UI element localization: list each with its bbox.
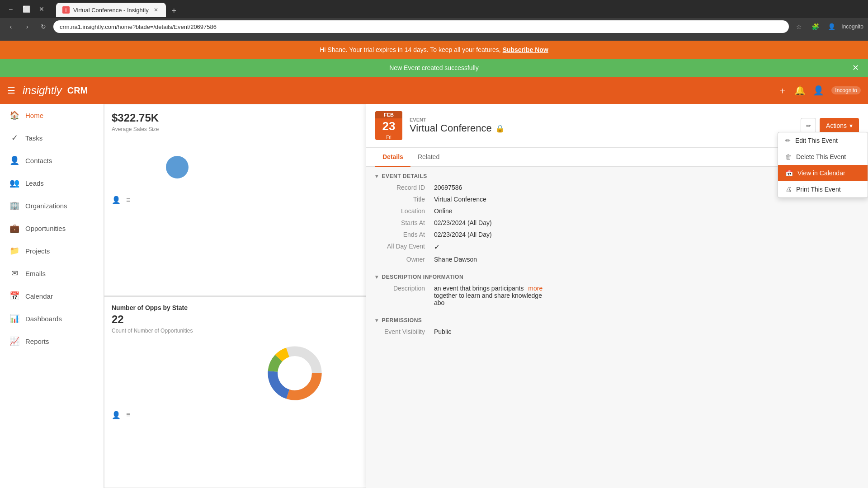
browser-chrome: – ⬜ ✕ i Virtual Conference - Insightly ✕… — [0, 0, 868, 41]
actions-chevron-icon: ▾ — [849, 122, 853, 129]
actions-button[interactable]: Actions ▾ — [820, 118, 859, 133]
back-button[interactable]: ‹ — [5, 20, 17, 33]
reports-icon: 📈 — [9, 336, 20, 346]
sidebar-item-opportunities[interactable]: 💼 Opportunities — [0, 217, 104, 239]
sidebar-label-projects: Projects — [25, 247, 50, 255]
add-button[interactable]: ＋ — [778, 84, 787, 97]
tab-details[interactable]: Details — [375, 148, 410, 167]
notifications-button[interactable]: 🔔 — [794, 85, 806, 96]
sidebar-item-projects[interactable]: 📁 Projects — [0, 239, 104, 262]
sidebar-label-leads: Leads — [25, 179, 44, 187]
address-text: crm.na1.insightly.com/home?blade=/detail… — [60, 23, 217, 30]
description-text-2: together to learn and share knowledge — [434, 292, 542, 299]
panel-1-list-icon[interactable]: ≡ — [126, 196, 130, 204]
permissions-section-label: PERMISSIONS — [382, 317, 422, 324]
subscribe-link[interactable]: Subscribe Now — [503, 46, 548, 53]
address-bar[interactable]: crm.na1.insightly.com/home?blade=/detail… — [53, 20, 789, 33]
tab-close-button[interactable]: ✕ — [152, 6, 160, 14]
profile-button[interactable]: 👤 — [825, 20, 838, 33]
event-title-text: Virtual Conference — [410, 122, 492, 134]
permissions-section-header[interactable]: ▾ PERMISSIONS — [375, 311, 859, 328]
tab-favicon: i — [62, 6, 70, 14]
sidebar-item-calendar[interactable]: 📅 Calendar — [0, 285, 104, 307]
home-icon: 🏠 — [9, 110, 20, 120]
incognito-label: Incognito — [841, 23, 863, 30]
dropdown-item-view-calendar[interactable]: 📅 View in Calendar — [778, 165, 868, 181]
sidebar-label-opportunities: Opportunities — [25, 225, 66, 232]
location-value: Online — [434, 207, 859, 215]
active-tab[interactable]: i Virtual Conference - Insightly ✕ — [56, 3, 166, 17]
dropdown-item-delete[interactable]: 🗑 Delete This Event — [778, 149, 868, 165]
sidebar-label-contacts: Contacts — [25, 157, 52, 164]
sidebar-label-home: Home — [25, 112, 43, 119]
sidebar-item-contacts[interactable]: 👤 Contacts — [0, 149, 104, 172]
hamburger-button[interactable]: ☰ — [7, 85, 15, 96]
sidebar-label-reports: Reports — [25, 338, 49, 345]
dropdown-item-edit[interactable]: ✏ Edit This Event — [778, 132, 868, 149]
tasks-icon: ✓ — [9, 133, 20, 143]
logo-area: insightly CRM — [23, 84, 88, 97]
all-day-label: All Day Event — [375, 243, 434, 251]
header-actions: ＋ 🔔 👤 Incognito — [778, 84, 861, 97]
incognito-mode-badge: Incognito — [831, 86, 861, 94]
actions-label: Actions — [826, 122, 847, 129]
ends-at-label: Ends At — [375, 231, 434, 238]
tab-details-label: Details — [382, 153, 403, 160]
trial-banner: Hi Shane. Your trial expires in 14 days.… — [0, 41, 868, 59]
user-avatar-button[interactable]: 👤 — [813, 85, 824, 96]
event-details-chevron: ▾ — [375, 173, 378, 179]
description-text: an event that brings participants — [434, 285, 524, 292]
description-section-header[interactable]: ▾ DESCRIPTION INFORMATION — [375, 267, 859, 285]
panel-1-user-icon[interactable]: 👤 — [112, 196, 121, 204]
sidebar-label-tasks: Tasks — [25, 134, 42, 142]
sidebar-item-organizations[interactable]: 🏢 Organizations — [0, 194, 104, 217]
sidebar-item-emails[interactable]: ✉ Emails — [0, 262, 104, 285]
sidebar-item-dashboards[interactable]: 📊 Dashboards — [0, 307, 104, 330]
detail-row-owner: Owner Shane Dawson — [375, 256, 859, 263]
success-banner-close-button[interactable]: ✕ — [852, 63, 859, 73]
sidebar-label-calendar: Calendar — [25, 292, 53, 300]
all-day-value: ✓ — [434, 243, 859, 251]
main-layout: 🏠 Home ✓ Tasks 👤 Contacts 👥 Leads 🏢 Orga… — [0, 104, 868, 488]
record-id-label: Record ID — [375, 184, 434, 191]
actions-dropdown: ✏ Edit This Event 🗑 Delete This Event 📅 … — [778, 132, 868, 198]
calendar-icon: 📅 — [9, 291, 20, 301]
description-label: Description — [375, 285, 434, 306]
edit-event-icon: ✏ — [785, 137, 791, 144]
edit-pencil-button[interactable]: ✏ — [801, 118, 816, 133]
browser-title-bar: – ⬜ ✕ i Virtual Conference - Insightly ✕… — [0, 0, 868, 18]
panel-3-user-icon[interactable]: 👤 — [112, 411, 121, 419]
bookmark-button[interactable]: ☆ — [793, 20, 805, 33]
sidebar: 🏠 Home ✓ Tasks 👤 Contacts 👥 Leads 🏢 Orga… — [0, 104, 104, 488]
dropdown-item-print[interactable]: 🖨 Print This Event — [778, 181, 868, 197]
sidebar-item-reports[interactable]: 📈 Reports — [0, 330, 104, 352]
maximize-button[interactable]: ⬜ — [20, 3, 33, 15]
close-window-button[interactable]: ✕ — [35, 3, 48, 15]
event-date-month: Feb — [375, 111, 402, 118]
extensions-button[interactable]: 🧩 — [809, 20, 821, 33]
new-tab-button[interactable]: + — [168, 5, 180, 17]
detail-row-starts-at: Starts At 02/23/2024 (All Day) — [375, 219, 859, 226]
panel-3-list-icon[interactable]: ≡ — [126, 411, 130, 419]
success-text: New Event created successfully — [389, 64, 479, 71]
event-header-actions: ✏ Actions ▾ ✏ Edit This Event 🗑 Del — [801, 118, 859, 133]
bubble-data-point — [166, 156, 189, 178]
forward-button[interactable]: › — [21, 20, 33, 33]
event-detail-panel: Feb 23 Fri EVENT Virtual Conference 🔒 ✏ … — [366, 104, 868, 488]
sidebar-label-dashboards: Dashboards — [25, 315, 62, 323]
owner-value: Shane Dawson — [434, 256, 859, 263]
refresh-button[interactable]: ↻ — [37, 20, 50, 33]
minimize-button[interactable]: – — [5, 3, 17, 15]
owner-label: Owner — [375, 256, 434, 263]
description-more-link[interactable]: more — [528, 285, 542, 292]
trial-text: Hi Shane. Your trial expires in 14 days.… — [320, 46, 501, 53]
sidebar-item-tasks[interactable]: ✓ Tasks — [0, 127, 104, 149]
event-details-section-label: EVENT DETAILS — [382, 173, 427, 179]
donut-svg — [265, 344, 324, 403]
event-title-area: EVENT Virtual Conference 🔒 — [410, 117, 505, 134]
sidebar-item-leads[interactable]: 👥 Leads — [0, 172, 104, 194]
detail-row-visibility: Event Visibility Public — [375, 328, 859, 335]
description-value: an event that brings participants more t… — [434, 285, 859, 306]
sidebar-item-home[interactable]: 🏠 Home — [0, 104, 104, 127]
tab-related[interactable]: Related — [410, 148, 447, 167]
